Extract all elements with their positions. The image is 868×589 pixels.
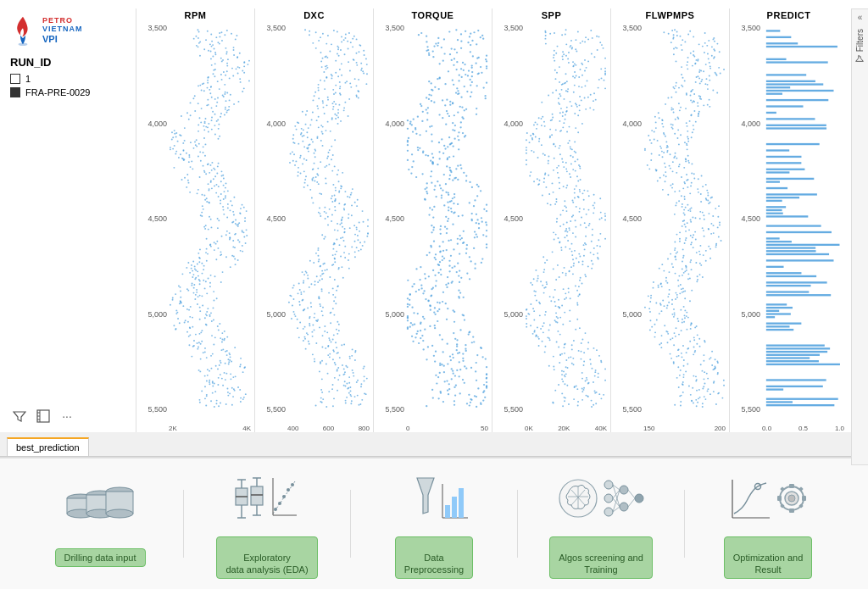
svg-point-51 — [248, 60, 250, 62]
svg-point-2314 — [544, 351, 546, 353]
svg-point-1285 — [471, 81, 473, 83]
plot-area-spp — [525, 22, 607, 415]
svg-point-1295 — [456, 87, 458, 89]
svg-point-2790 — [687, 273, 689, 275]
svg-point-577 — [214, 391, 216, 392]
svg-point-2419 — [708, 40, 709, 42]
svg-point-1091 — [298, 336, 300, 338]
svg-point-1393 — [417, 149, 419, 151]
svg-point-634 — [340, 49, 342, 51]
svg-point-335 — [229, 239, 231, 241]
svg-point-235 — [214, 175, 216, 177]
algos-label[interactable]: Algos screening and Training — [549, 536, 653, 580]
svg-point-1387 — [453, 146, 454, 147]
svg-rect-3067 — [766, 379, 826, 381]
more-options-btn[interactable]: ··· — [58, 407, 76, 425]
svg-point-2574 — [676, 137, 678, 139]
svg-point-864 — [350, 194, 352, 196]
optimization-label[interactable]: Optimization and Result — [724, 536, 813, 580]
svg-point-2356 — [581, 378, 583, 380]
svg-point-1958 — [575, 127, 576, 129]
svg-point-1635 — [437, 302, 438, 303]
eda-label[interactable]: Exploratory data analysis (EDA) — [216, 536, 317, 580]
svg-point-2801 — [665, 281, 667, 282]
svg-point-1329 — [426, 108, 427, 110]
svg-point-2620 — [665, 166, 666, 168]
svg-point-1269 — [471, 71, 473, 73]
svg-point-1508 — [485, 221, 487, 223]
svg-point-218 — [203, 165, 204, 167]
svg-point-1217 — [443, 38, 445, 40]
svg-point-487 — [189, 334, 191, 336]
svg-point-125 — [225, 107, 226, 108]
collapse-button[interactable]: « Filters — [851, 8, 868, 432]
svg-point-1109 — [305, 348, 307, 350]
svg-point-629 — [352, 46, 353, 47]
chart-svg-rpm — [169, 22, 251, 415]
svg-point-1525 — [446, 232, 448, 234]
svg-point-182 — [182, 142, 184, 144]
svg-point-1548 — [486, 247, 487, 248]
filter-icon-btn[interactable] — [10, 407, 29, 425]
svg-point-393 — [198, 275, 199, 277]
svg-point-97 — [209, 89, 210, 91]
svg-point-1002 — [314, 281, 316, 282]
svg-point-1572 — [481, 262, 482, 264]
svg-point-59 — [226, 65, 228, 67]
svg-point-1416 — [437, 164, 438, 165]
chart-body-rpm: 3,5004,0004,5005,0005,5002K4K — [136, 22, 254, 432]
svg-rect-3064 — [766, 357, 810, 358]
svg-point-301 — [244, 217, 246, 219]
svg-point-855 — [352, 188, 353, 190]
svg-point-2638 — [693, 178, 695, 180]
svg-point-390 — [181, 273, 183, 275]
svg-point-1255 — [475, 63, 476, 64]
svg-point-7 — [219, 32, 220, 34]
svg-point-1674 — [409, 326, 411, 328]
svg-point-1683 — [468, 331, 470, 333]
svg-point-821 — [298, 167, 299, 169]
svg-point-1852 — [587, 60, 589, 62]
svg-point-2090 — [566, 210, 568, 212]
preprocessing-label[interactable]: Data Preprocessing — [395, 536, 473, 580]
svg-point-2258 — [556, 316, 558, 318]
svg-point-1275 — [467, 75, 469, 76]
svg-point-930 — [366, 236, 368, 237]
svg-point-2206 — [546, 283, 548, 285]
svg-point-1872 — [565, 73, 567, 75]
drilling-label[interactable]: Drilling data input — [55, 548, 146, 567]
svg-point-2203 — [546, 281, 548, 283]
tab-best-prediction[interactable]: best_prediction — [7, 437, 89, 456]
svg-point-2120 — [569, 229, 570, 231]
svg-point-188 — [203, 146, 204, 147]
svg-point-337 — [232, 240, 234, 242]
svg-point-185 — [195, 144, 197, 146]
svg-point-2791 — [699, 274, 701, 275]
svg-point-221 — [173, 167, 175, 169]
svg-point-1753 — [458, 375, 459, 377]
svg-point-500 — [197, 342, 198, 344]
svg-point-868 — [349, 197, 351, 198]
svg-point-530 — [228, 361, 230, 363]
svg-point-2980 — [717, 392, 719, 394]
svg-point-908 — [359, 222, 360, 224]
svg-point-1442 — [465, 180, 467, 181]
svg-point-272 — [204, 199, 206, 201]
svg-rect-3103 — [452, 497, 457, 518]
svg-point-2388 — [600, 397, 602, 399]
svg-point-2408 — [668, 33, 670, 35]
expand-icon-btn[interactable] — [34, 407, 53, 425]
svg-point-1649 — [437, 310, 438, 312]
svg-point-2617 — [647, 164, 648, 166]
svg-point-591 — [216, 400, 218, 402]
svg-point-2695 — [674, 214, 676, 215]
svg-point-1895 — [604, 87, 606, 89]
svg-point-2931 — [717, 362, 719, 364]
svg-point-1553 — [442, 250, 444, 252]
svg-point-1238 — [456, 52, 458, 53]
svg-point-2025 — [553, 169, 554, 171]
svg-point-312 — [236, 224, 238, 225]
svg-point-462 — [199, 319, 201, 320]
svg-point-2500 — [690, 91, 692, 92]
svg-point-2390 — [581, 399, 583, 401]
